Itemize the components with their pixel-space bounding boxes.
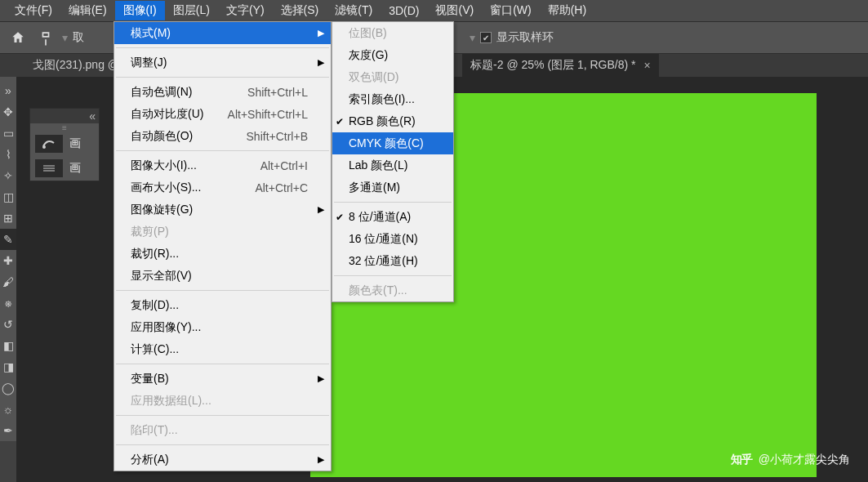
- tool-marquee-icon[interactable]: ▭: [0, 123, 16, 144]
- menu-type[interactable]: 文字(Y): [218, 1, 273, 20]
- menu-window[interactable]: 窗口(W): [482, 1, 540, 20]
- tool-history-icon[interactable]: ↺: [0, 314, 16, 335]
- menu-item[interactable]: 显示全部(V): [114, 265, 331, 287]
- menu-filter[interactable]: 滤镜(T): [327, 1, 381, 20]
- panel-header: «: [30, 109, 99, 123]
- svg-point-0: [42, 145, 46, 149]
- menu-item[interactable]: 裁切(R)...: [114, 243, 331, 265]
- menu-item[interactable]: 画布大小(S)...Alt+Ctrl+C: [114, 176, 331, 199]
- menu-item[interactable]: 索引颜色(I)...: [332, 88, 453, 110]
- tool-gradient-icon[interactable]: ◨: [0, 356, 16, 377]
- panel-row-label: 画: [69, 136, 81, 151]
- menu-item[interactable]: 模式(M)▶: [114, 22, 331, 44]
- menu-help[interactable]: 帮助(H): [540, 1, 594, 20]
- menu-item: 位图(B): [332, 22, 453, 44]
- tool-wand-icon[interactable]: ✧: [0, 165, 16, 186]
- menu-item[interactable]: 变量(B)▶: [114, 368, 331, 390]
- menu-item[interactable]: 多通道(M): [332, 176, 453, 199]
- menu-item[interactable]: 复制(D)...: [114, 294, 331, 316]
- close-icon[interactable]: ×: [644, 59, 651, 72]
- menu-item[interactable]: ✔8 位/通道(A): [332, 206, 453, 228]
- home-icon[interactable]: [7, 26, 29, 49]
- menu-item: 陷印(T)...: [114, 419, 331, 441]
- document-tab-1[interactable]: 戈图(231).png @: [24, 54, 127, 77]
- zhihu-logo: 知乎: [731, 453, 752, 467]
- panel-grip[interactable]: [30, 123, 99, 132]
- menu-item[interactable]: ✔RGB 颜色(R): [332, 110, 453, 132]
- panel-row[interactable]: 画: [30, 132, 99, 156]
- brush-swatch-icon: [35, 135, 63, 153]
- brush-lines-icon: [35, 159, 63, 177]
- menu-item[interactable]: 16 位/通道(N): [332, 228, 453, 250]
- sample-label: 取: [73, 30, 84, 45]
- watermark-text: @小荷才露尖尖角: [759, 453, 850, 467]
- menu-view[interactable]: 视图(V): [427, 1, 482, 20]
- menu-item[interactable]: 自动色调(N)Shift+Ctrl+L: [114, 81, 331, 103]
- tool-move-icon[interactable]: ✥: [0, 101, 16, 123]
- menu-item[interactable]: 图像旋转(G)▶: [114, 199, 331, 221]
- tool-frame-icon[interactable]: ⊞: [0, 208, 16, 229]
- eyedropper-tool-icon[interactable]: [29, 21, 62, 54]
- brush-preset-panel[interactable]: « 画 画: [29, 108, 100, 181]
- tool-stamp-icon[interactable]: ⎈: [0, 292, 16, 314]
- tool-dodge-icon[interactable]: ☼: [0, 399, 16, 420]
- mode-submenu: 位图(B)灰度(G)双色调(D)索引颜色(I)...✔RGB 颜色(R)CMYK…: [332, 21, 454, 302]
- menu-item: 颜色表(T)...: [332, 279, 453, 301]
- collapse-icon[interactable]: «: [89, 109, 96, 123]
- menu-edit[interactable]: 编辑(E): [60, 1, 115, 20]
- menu-item: 应用数据组(L)...: [114, 390, 331, 412]
- tab-title: 戈图(231).png @: [33, 58, 119, 73]
- panel-row-label: 画: [69, 161, 81, 176]
- tool-strip: » ✥ ▭ ⌇ ✧ ◫ ⊞ ✎ ✚ 🖌 ⎈ ↺ ◧ ◨ ◯ ☼ ✒: [0, 77, 16, 441]
- menu-item[interactable]: 图像大小(I)...Alt+Ctrl+I: [114, 154, 331, 176]
- panel-row[interactable]: 画: [30, 156, 99, 181]
- tool-lasso-icon[interactable]: ⌇: [0, 144, 16, 165]
- show-ring-label: 显示取样环: [496, 30, 554, 45]
- tool-eraser-icon[interactable]: ◧: [0, 335, 16, 356]
- document-tab-2[interactable]: 标题-2 @ 25% (图层 1, RGB/8) * ×: [462, 54, 659, 77]
- tool-expand-icon[interactable]: »: [0, 80, 16, 101]
- tool-blur-icon[interactable]: ◯: [0, 377, 16, 399]
- tool-crop-icon[interactable]: ◫: [0, 186, 16, 208]
- menu-item: 裁剪(P): [114, 221, 331, 243]
- menu-item[interactable]: CMYK 颜色(C): [332, 132, 453, 154]
- menu-item[interactable]: Lab 颜色(L): [332, 154, 453, 176]
- tool-eyedropper-icon[interactable]: ✎: [0, 229, 16, 250]
- menu-item[interactable]: 计算(C)...: [114, 338, 331, 360]
- menu-layer[interactable]: 图层(L): [165, 1, 218, 20]
- menu-item[interactable]: 自动对比度(U)Alt+Shift+Ctrl+L: [114, 103, 331, 125]
- menu-item[interactable]: 自动颜色(O)Shift+Ctrl+B: [114, 125, 331, 147]
- menu-item: 双色调(D): [332, 66, 453, 88]
- menu-select[interactable]: 选择(S): [273, 1, 327, 20]
- watermark: 知乎 @小荷才露尖尖角: [731, 453, 850, 467]
- menu-item[interactable]: 分析(A)▶: [114, 449, 331, 471]
- menu-item[interactable]: 32 位/通道(H): [332, 250, 453, 272]
- tool-heal-icon[interactable]: ✚: [0, 250, 16, 271]
- menu-item[interactable]: 灰度(G): [332, 44, 453, 66]
- menu-3d[interactable]: 3D(D): [381, 2, 427, 20]
- menu-item[interactable]: 调整(J)▶: [114, 51, 331, 74]
- image-menu-dropdown: 模式(M)▶调整(J)▶自动色调(N)Shift+Ctrl+L自动对比度(U)A…: [114, 21, 332, 471]
- tool-pen-icon[interactable]: ✒: [0, 420, 16, 441]
- show-ring-checkbox[interactable]: ✔: [480, 32, 492, 43]
- menu-image[interactable]: 图像(I): [115, 1, 165, 20]
- menu-file[interactable]: 文件(F): [7, 1, 60, 20]
- tab-title: 标题-2 @ 25% (图层 1, RGB/8) *: [470, 58, 635, 73]
- menu-item[interactable]: 应用图像(Y)...: [114, 316, 331, 338]
- tool-brush-icon[interactable]: 🖌: [0, 271, 16, 292]
- main-menubar: 文件(F) 编辑(E) 图像(I) 图层(L) 文字(Y) 选择(S) 滤镜(T…: [0, 0, 868, 21]
